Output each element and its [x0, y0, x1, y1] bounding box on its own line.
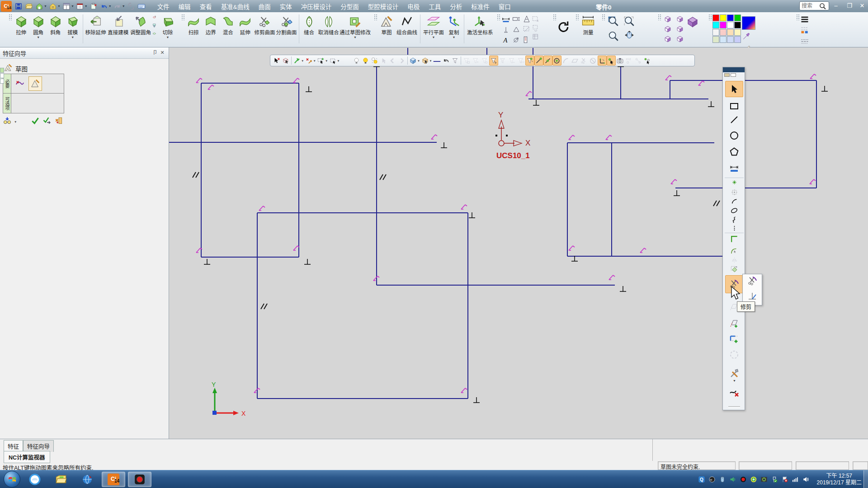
restore-button[interactable]: ❐ [844, 2, 854, 10]
box-dash-icon[interactable] [328, 56, 337, 66]
tray-shield-green-icon[interactable] [750, 476, 757, 483]
panel-close-icon[interactable]: ✕ [159, 49, 166, 56]
bulb-off-icon[interactable] [352, 56, 361, 66]
camera-icon[interactable] [616, 56, 625, 66]
taskbar-clock[interactable]: 下午 12:57 2019/12/17 星期二 [817, 473, 862, 486]
redo-dropdown-icon[interactable]: ▼ [122, 5, 125, 8]
tool-construction-line[interactable] [726, 225, 742, 232]
tool-pattern[interactable] [726, 265, 742, 274]
tool-dimension[interactable] [726, 161, 742, 176]
tool-rect-add[interactable] [726, 332, 742, 345]
pale-swatch-1[interactable] [720, 29, 726, 36]
dropdown-caret-icon[interactable]: ▼ [166, 36, 170, 39]
sel-green-dropdown-icon[interactable]: ▼ [301, 59, 304, 62]
tool-offset-add[interactable] [726, 316, 742, 329]
pale-swatch-5[interactable] [720, 36, 726, 43]
pale-swatch-3[interactable] [734, 29, 741, 36]
window-part-dropdown-icon[interactable]: ▼ [85, 5, 88, 8]
arc-g-icon[interactable] [561, 56, 571, 66]
export-house-dropdown-icon[interactable]: ▼ [44, 5, 47, 8]
apply-check-icon[interactable] [42, 116, 52, 127]
xyz-g-icon[interactable]: XYZ [625, 56, 634, 66]
funnel-g2-icon[interactable] [471, 56, 480, 66]
tab-feature-wizard[interactable]: 特征向导 [23, 440, 54, 452]
tool-corner[interactable] [726, 234, 742, 244]
box-add-icon[interactable] [316, 56, 326, 66]
tool-mirror[interactable] [726, 256, 742, 264]
tab-feature[interactable]: 特征 [4, 440, 23, 452]
ribbon-button-分割曲面[interactable]: 分割曲面 [276, 13, 297, 45]
redo-icon[interactable] [113, 1, 123, 11]
menu-item-10[interactable]: 工具 [424, 0, 445, 13]
palette-resize-grip[interactable] [728, 406, 740, 408]
menu-item-0[interactable]: 文件 [153, 0, 174, 13]
trim-scissors-icon[interactable] [747, 276, 758, 288]
window-part-icon[interactable] [75, 1, 85, 11]
color-swatch-3[interactable] [734, 14, 741, 21]
pale-swatch-6[interactable] [727, 36, 734, 43]
export-house-icon[interactable] [34, 1, 44, 11]
menu-item-8[interactable]: 型腔模设计 [363, 0, 403, 13]
color-swatch-4[interactable] [712, 22, 719, 28]
dashes-icon[interactable] [800, 37, 809, 46]
tool-delete-curve[interactable] [726, 385, 742, 399]
bulb-multi-icon[interactable] [370, 56, 379, 66]
tray-usb-check-icon[interactable] [771, 476, 778, 483]
tray-mouse-icon[interactable] [719, 476, 726, 483]
cons-cur-icon[interactable] [643, 56, 652, 66]
import-house-icon[interactable] [48, 1, 58, 11]
box-add-dropdown-icon[interactable]: ▼ [325, 59, 328, 62]
tool-spline[interactable] [726, 216, 742, 224]
line-dot-icon[interactable] [534, 56, 543, 66]
funnel-act-icon[interactable] [489, 56, 498, 66]
ribbon-button-边界[interactable]: 边界 [202, 13, 219, 45]
tray-q-blue-icon[interactable]: Q [698, 476, 705, 483]
sel-green-icon[interactable] [292, 56, 302, 66]
dim-tri-icon[interactable] [511, 24, 521, 34]
zoom-object-icon[interactable] [606, 29, 621, 43]
sketch-canvas[interactable] [170, 47, 868, 439]
pale-swatch-4[interactable] [712, 36, 719, 43]
ribbon-button-扫掠[interactable]: 扫掠 [185, 13, 202, 45]
cons-g-icon[interactable] [634, 56, 643, 66]
plane-pick-cell[interactable] [13, 76, 27, 91]
close-button[interactable]: ✕ [857, 2, 867, 10]
menu-item-7[interactable]: 分型面 [336, 0, 363, 13]
pale-swatch-2[interactable] [727, 29, 734, 36]
pale-swatch-7[interactable] [734, 36, 741, 43]
ribbon-button-延伸[interactable]: 延伸 [236, 13, 254, 45]
tray-signal-bars-icon[interactable] [792, 476, 799, 483]
taskbar-app-internet-globe[interactable] [75, 472, 99, 487]
ribbon-button-直接建模[interactable]: 直接建模 [107, 13, 129, 45]
dropdown-caret-icon[interactable]: ▼ [432, 36, 435, 39]
scis-g-icon[interactable] [580, 56, 589, 66]
taskbar-app-ci14[interactable]: Ci14 [102, 472, 125, 487]
dim-frame-icon[interactable] [511, 14, 521, 24]
menu-item-5[interactable]: 实体 [275, 0, 297, 13]
menu-item-9[interactable]: 电极 [403, 0, 424, 13]
dim-note-icon[interactable] [522, 35, 532, 45]
show-desktop-button[interactable] [863, 470, 868, 488]
tool-toolbox-dropdown-icon[interactable]: ▼ [733, 379, 736, 382]
menu-item-13[interactable]: 窗口 [494, 0, 515, 13]
vc1-view-icon[interactable] [662, 14, 674, 23]
zoom-window-icon[interactable] [606, 14, 621, 28]
ribbon-button-激活坐标系[interactable]: 激活坐标系 [466, 13, 495, 45]
funnel-green-icon[interactable] [525, 56, 534, 66]
window-views-dropdown-icon[interactable]: ▼ [71, 5, 74, 8]
dim-datum-icon[interactable] [501, 24, 511, 34]
ribbon-button-混合[interactable]: 混合 [219, 13, 236, 45]
color-swatch-6[interactable] [727, 22, 734, 28]
color-swatch-7[interactable] [734, 22, 741, 28]
tool-arc[interactable] [726, 197, 742, 206]
ribbon-button-斜角[interactable]: 斜角 [47, 13, 64, 45]
dim-angle-icon[interactable] [522, 14, 532, 24]
minimize-button[interactable]: – [831, 2, 841, 10]
ribbon-button-移除延伸[interactable]: 移除延伸 [85, 13, 107, 45]
ribbon-button-拉伸[interactable]: 拉伸 [13, 13, 30, 45]
funnel-g6-icon[interactable] [516, 56, 525, 66]
slab-icon[interactable] [152, 31, 159, 38]
ribbon-button-复制[interactable]: 复制▼ [445, 13, 462, 45]
ribbon-button-修剪曲面[interactable]: 修剪曲面 [254, 13, 275, 45]
ribbon-button-缝合[interactable]: 缝合 [301, 13, 318, 45]
